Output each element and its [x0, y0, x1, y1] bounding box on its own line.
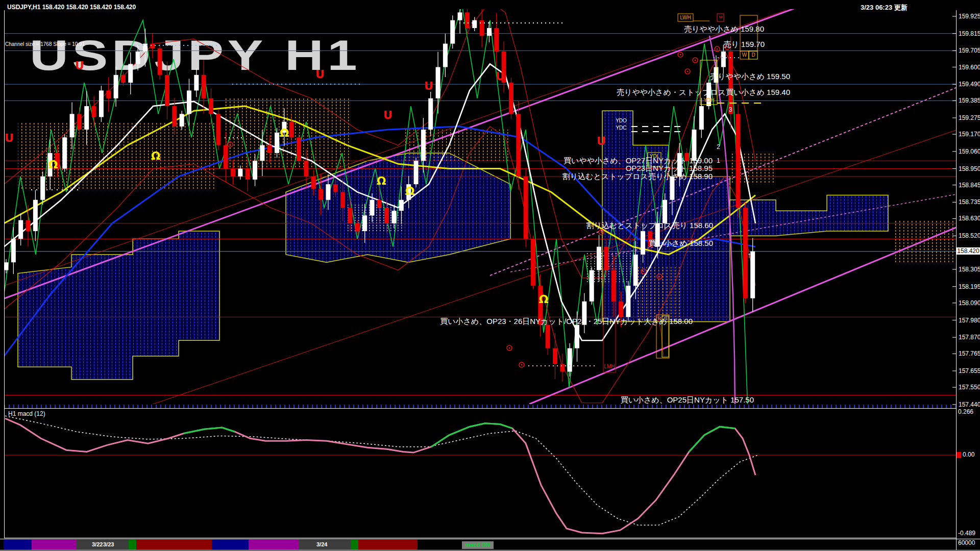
- pivot-label-d2: D: [664, 316, 668, 320]
- price-axis-label: 157.550: [959, 384, 980, 391]
- date-label: 3/22: [92, 541, 103, 547]
- candle-body: [150, 44, 155, 48]
- session-segment: [249, 540, 299, 550]
- candle-body: [297, 137, 301, 161]
- macd-main-line: [5, 418, 755, 534]
- sessionbar-border-top: [0, 539, 980, 539]
- current-price-tag: 158.420: [957, 247, 980, 255]
- candle-body: [26, 220, 31, 231]
- price-axis-label: 159.600: [959, 64, 980, 71]
- candle-body: [370, 200, 375, 216]
- candle-body: [414, 161, 419, 184]
- candle-body: [531, 239, 535, 286]
- date-label: 3/23: [103, 541, 114, 547]
- candle-body: [11, 239, 16, 262]
- macd-layer: [4, 416, 956, 534]
- price-axis-label: 158.845: [959, 182, 980, 189]
- sell-signal-icon: U: [597, 135, 606, 147]
- price-axis-label: 159.060: [959, 148, 980, 155]
- time-axis-ticks[interactable]: [4, 405, 956, 408]
- order-annotation: 割り込むとストップロス売り小さめ 158.90: [562, 172, 713, 182]
- candle-body: [641, 231, 645, 255]
- price-axis-label: 157.765: [959, 350, 980, 357]
- candle-body: [128, 64, 133, 83]
- sessionbar-border-bottom: [0, 550, 980, 550]
- last-update-timestamp: 3/23 06:23 更新: [861, 3, 908, 12]
- candle-body: [158, 48, 162, 75]
- macd-axis-max: 0.266: [958, 408, 973, 415]
- price-axis-label: 158.090: [959, 299, 980, 307]
- dotted-cloud-orange: [637, 267, 681, 321]
- pivot-label-lmh: LMH: [604, 364, 615, 369]
- candle-body: [509, 83, 513, 114]
- ichimoku-cloud: [18, 231, 219, 380]
- buy-signal-icon: Ω: [539, 293, 549, 306]
- session-segment: [136, 540, 212, 550]
- candle-body: [62, 137, 67, 168]
- pivot-label-lwh: LWH: [678, 15, 693, 20]
- candle-body: [106, 90, 111, 98]
- date-label: 3/24: [316, 541, 327, 547]
- candle-body: [180, 114, 184, 126]
- buy-signal-icon: Ω: [377, 174, 386, 187]
- candle-body: [143, 44, 148, 52]
- candle-body: [619, 302, 623, 317]
- candle-body: [311, 177, 316, 189]
- panel-separator-bottom: [4, 538, 957, 538]
- price-chart-canvas[interactable]: UUUUUUUΩΩΩΩΩΩ↑: [0, 0, 980, 551]
- price-axis-label: 157.440: [959, 401, 980, 408]
- mt4-chart-window: USDJPY H1 UUUUUUUΩΩΩΩΩΩ↑ USDJPY,H1 158.4…: [0, 0, 980, 551]
- candle-body: [362, 215, 367, 231]
- order-annotation: 売りやや小さめ 159.80: [684, 24, 764, 34]
- candle-body: [326, 184, 330, 200]
- candle-body: [231, 169, 235, 177]
- order-annotation: 売りやや小さめ・ストップロス買い小さめ 159.40: [617, 88, 790, 97]
- session-segment: [351, 540, 358, 550]
- price-axis-label: 158.520: [959, 232, 980, 239]
- candle-body: [633, 255, 638, 286]
- macd-main-line-rising: [184, 428, 235, 433]
- price-axis-label: 157.870: [959, 334, 980, 341]
- sell-signal-icon: U: [75, 59, 84, 72]
- candle-body: [114, 75, 118, 98]
- order-annotation: 売りやや小さめ 159.50: [710, 72, 790, 82]
- wave-count-3: 3: [729, 106, 732, 113]
- candle-body: [399, 200, 404, 211]
- candle-body: [494, 28, 499, 52]
- candle-body: [165, 75, 169, 106]
- candle-body: [626, 286, 630, 317]
- price-axis-label: 159.385: [959, 97, 980, 104]
- sell-signal-icon: U: [424, 80, 433, 92]
- panel-separator-top: [4, 408, 957, 409]
- price-axis-label: 159.275: [959, 114, 980, 121]
- candle-body: [553, 348, 557, 364]
- candle-body: [209, 98, 213, 114]
- macd-axis-zero: 0.00: [963, 451, 974, 458]
- candle-body: [275, 133, 279, 153]
- candle-body: [33, 200, 38, 231]
- candle-body: [590, 270, 594, 302]
- candle-body: [260, 145, 264, 161]
- sell-signal-icon: U: [496, 70, 505, 83]
- candle-body: [92, 106, 96, 117]
- candle-body: [458, 12, 462, 20]
- candle-body: [575, 325, 579, 348]
- macd-toggle-button[interactable]: macd ON: [462, 541, 494, 549]
- candle-body: [428, 98, 433, 130]
- price-axis-label: 159.925: [959, 13, 980, 20]
- candle-body: [18, 220, 23, 239]
- pivot-label-m: M: [718, 15, 723, 19]
- price-axis-label: 157.655: [959, 367, 980, 374]
- candle-body: [597, 247, 601, 270]
- candle-body: [736, 114, 741, 208]
- macd-signal-line: [5, 416, 758, 525]
- order-annotation: 買い小さめ、OP23・26日NYカット/OP24・25日NYカット大きめ 158…: [440, 317, 693, 327]
- candle-body: [304, 161, 308, 177]
- candle-body: [194, 75, 199, 91]
- symbol-ohlc-title: USDJPY,H1 158.420 158.420 158.420 158.42…: [7, 4, 136, 11]
- macd-indicator-label: H1 macd (12): [8, 410, 45, 417]
- candle-body: [136, 52, 140, 64]
- buy-signal-icon: Ω: [48, 158, 58, 171]
- macd-main-line-rising: [431, 423, 512, 447]
- candle-body: [384, 208, 389, 223]
